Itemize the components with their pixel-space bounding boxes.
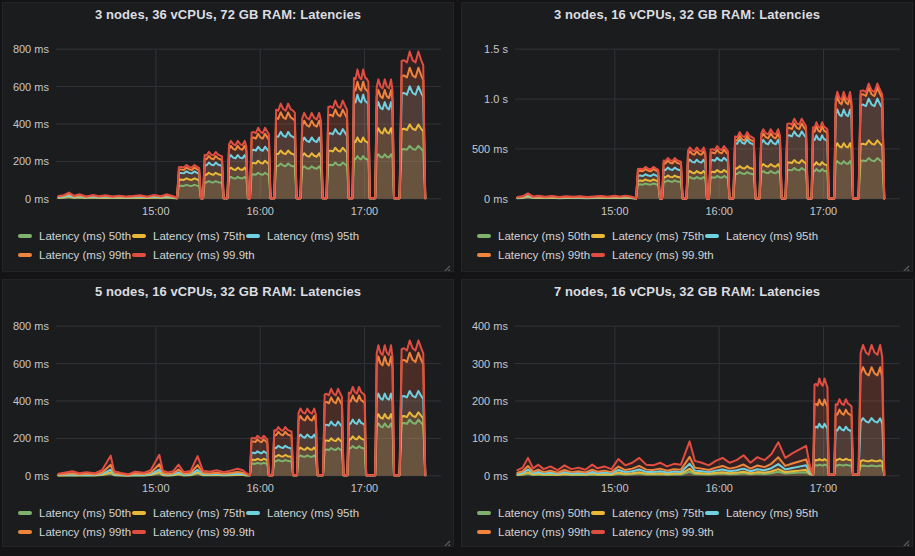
legend-item-99th[interactable]: Latency (ms) 99th [477, 522, 591, 541]
legend-label: Latency (ms) 99.9th [612, 526, 714, 538]
series-fill-95 [58, 391, 425, 476]
legend-item-95th[interactable]: Latency (ms) 95th [246, 503, 360, 522]
resize-grip-icon [441, 538, 451, 547]
legend-label: Latency (ms) 99.9th [153, 526, 255, 538]
resize-grip-icon [900, 538, 910, 547]
legend-item-99th[interactable]: Latency (ms) 99th [18, 522, 132, 541]
legend-label: Latency (ms) 50th [498, 230, 590, 242]
series-line-99.9 [517, 345, 884, 475]
legend-swatch-icon [705, 511, 719, 515]
x-tick-label: 15:00 [601, 205, 628, 217]
series-line-99.9 [58, 340, 425, 475]
legend-swatch-icon [591, 511, 605, 515]
legend-label: Latency (ms) 75th [153, 507, 245, 519]
legend-swatch-icon [132, 253, 146, 257]
legend-item-95th[interactable]: Latency (ms) 95th [246, 226, 360, 245]
legend-swatch-icon [18, 530, 32, 534]
legend-swatch-icon [18, 511, 32, 515]
legend-swatch-icon [132, 530, 146, 534]
y-tick-label: 1.0 s [484, 93, 508, 105]
legend-item-95th[interactable]: Latency (ms) 95th [705, 226, 819, 245]
y-tick-label: 200 ms [13, 155, 49, 167]
legend-item-99.9th[interactable]: Latency (ms) 99.9th [591, 522, 714, 541]
x-tick-label: 17:00 [351, 205, 378, 217]
legend-swatch-icon [591, 530, 605, 534]
panel-5nodes-16vcpu: 5 nodes, 16 vCPUs, 32 GB RAM: Latencies … [2, 279, 454, 547]
x-tick-label: 15:00 [142, 482, 169, 494]
legend-swatch-icon [18, 253, 32, 257]
legend-swatch-icon [132, 511, 146, 515]
latency-plot: 0 ms500 ms1.0 s1.5 s15:0016:0017:00 [462, 3, 912, 225]
legend-swatch-icon [591, 253, 605, 257]
y-tick-label: 200 ms [13, 432, 49, 444]
panel-resize-handle[interactable] [441, 534, 451, 544]
series-line-99 [58, 353, 425, 476]
legend-swatch-icon [705, 234, 719, 238]
y-tick-label: 400 ms [13, 395, 49, 407]
y-tick-label: 1.5 s [484, 43, 508, 55]
legend-label: Latency (ms) 99.9th [153, 249, 255, 261]
legend-label: Latency (ms) 99.9th [612, 249, 714, 261]
resize-grip-icon [900, 263, 910, 272]
legend-item-75th[interactable]: Latency (ms) 75th [591, 226, 705, 245]
panel-resize-handle[interactable] [900, 259, 910, 269]
legend: Latency (ms) 50thLatency (ms) 75thLatenc… [18, 226, 445, 264]
legend-item-99.9th[interactable]: Latency (ms) 99.9th [132, 522, 255, 541]
panel-resize-handle[interactable] [900, 534, 910, 544]
y-tick-label: 800 ms [13, 320, 49, 332]
legend-item-99th[interactable]: Latency (ms) 99th [477, 245, 591, 264]
x-tick-label: 16:00 [706, 482, 733, 494]
legend-swatch-icon [18, 234, 32, 238]
latency-chart: 0 ms200 ms400 ms600 ms800 ms15:0016:0017… [3, 3, 453, 225]
x-tick-label: 16:00 [706, 205, 733, 217]
legend-item-50th[interactable]: Latency (ms) 50th [18, 503, 132, 522]
legend-item-99.9th[interactable]: Latency (ms) 99.9th [132, 245, 255, 264]
legend-swatch-icon [477, 253, 491, 257]
legend-item-75th[interactable]: Latency (ms) 75th [132, 503, 246, 522]
legend-label: Latency (ms) 75th [612, 507, 704, 519]
legend-label: Latency (ms) 99th [39, 249, 131, 261]
panel-resize-handle[interactable] [441, 259, 451, 269]
legend-label: Latency (ms) 99th [39, 526, 131, 538]
legend-swatch-icon [132, 234, 146, 238]
x-tick-label: 15:00 [601, 482, 628, 494]
x-tick-label: 15:00 [142, 205, 169, 217]
y-tick-label: 300 ms [472, 358, 508, 370]
y-tick-label: 400 ms [472, 320, 508, 332]
latency-chart: 0 ms500 ms1.0 s1.5 s15:0016:0017:00 [462, 3, 912, 225]
legend-label: Latency (ms) 99th [498, 526, 590, 538]
legend-label: Latency (ms) 95th [726, 230, 818, 242]
latency-chart: 0 ms200 ms400 ms600 ms800 ms15:0016:0017… [3, 280, 453, 502]
legend-swatch-icon [591, 234, 605, 238]
legend-item-95th[interactable]: Latency (ms) 95th [705, 503, 819, 522]
x-tick-label: 17:00 [351, 482, 378, 494]
x-tick-label: 17:00 [810, 482, 837, 494]
legend-item-50th[interactable]: Latency (ms) 50th [18, 226, 132, 245]
legend-label: Latency (ms) 50th [39, 230, 131, 242]
legend-label: Latency (ms) 95th [267, 230, 359, 242]
legend-item-50th[interactable]: Latency (ms) 50th [477, 503, 591, 522]
legend-swatch-icon [477, 511, 491, 515]
x-tick-label: 16:00 [247, 482, 274, 494]
y-tick-label: 0 ms [25, 470, 49, 482]
series-fill-99 [58, 353, 425, 476]
resize-grip-icon [441, 263, 451, 272]
y-tick-label: 800 ms [13, 43, 49, 55]
series-fill-99.9 [58, 340, 425, 475]
legend-item-50th[interactable]: Latency (ms) 50th [477, 226, 591, 245]
legend-item-99.9th[interactable]: Latency (ms) 99.9th [591, 245, 714, 264]
y-tick-label: 0 ms [484, 470, 508, 482]
legend-label: Latency (ms) 50th [39, 507, 131, 519]
y-tick-label: 100 ms [472, 432, 508, 444]
legend-item-99th[interactable]: Latency (ms) 99th [18, 245, 132, 264]
dashboard: 3 nodes, 36 vCPUs, 72 GB RAM: Latencies … [0, 0, 915, 556]
legend-label: Latency (ms) 95th [726, 507, 818, 519]
y-tick-label: 600 ms [13, 358, 49, 370]
series-line-95 [58, 391, 425, 475]
legend-item-75th[interactable]: Latency (ms) 75th [591, 503, 705, 522]
latency-plot: 0 ms100 ms200 ms300 ms400 ms15:0016:0017… [462, 280, 912, 502]
x-tick-label: 16:00 [247, 205, 274, 217]
latency-plot: 0 ms200 ms400 ms600 ms800 ms15:0016:0017… [3, 280, 453, 502]
legend-item-75th[interactable]: Latency (ms) 75th [132, 226, 246, 245]
panel-3nodes-36vcpu: 3 nodes, 36 vCPUs, 72 GB RAM: Latencies … [2, 2, 454, 272]
